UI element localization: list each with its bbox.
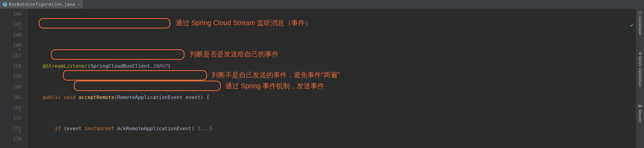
annotation-box bbox=[63, 70, 207, 81]
line-number: 158 bbox=[0, 61, 21, 71]
line-number: 162⊞ bbox=[0, 103, 21, 113]
gutter: 146 147⊟ 148 149⊞ 157 158 159 160 161 16… bbox=[0, 9, 27, 148]
line-number: 159 bbox=[0, 71, 21, 82]
bean-icon bbox=[638, 52, 642, 55]
fold-indicator-icon[interactable]: ⊞ bbox=[18, 44, 20, 47]
svg-point-1 bbox=[639, 52, 641, 55]
annotation-text: 判断是否是发送给自己的事件 bbox=[190, 49, 279, 59]
line-number: 171 bbox=[0, 113, 21, 123]
line-number: 161 bbox=[0, 92, 21, 103]
right-tool-panel: Database Bean Validation m Maven bbox=[636, 9, 644, 148]
line-number: 172⊞ bbox=[0, 123, 21, 134]
line-number: 160 bbox=[0, 82, 21, 92]
line-number: 148 bbox=[0, 30, 21, 40]
annotation-text: 判断不是自己发送的事件，避免事件"两遍" bbox=[211, 70, 340, 80]
bean-validation-tool-button[interactable]: Bean Validation bbox=[638, 52, 642, 87]
java-class-icon: C bbox=[3, 2, 7, 7]
annotation-box bbox=[51, 49, 185, 60]
line-number: 146 bbox=[0, 9, 21, 19]
close-icon[interactable]: × bbox=[78, 2, 80, 7]
code-line: public void acceptRemote(RemoteApplicati… bbox=[31, 92, 644, 103]
line-number: 149⊞ bbox=[0, 40, 21, 50]
line-number: 147⊟ bbox=[0, 19, 21, 30]
fold-indicator-icon[interactable]: ⊞ bbox=[18, 127, 20, 130]
maven-icon: m bbox=[638, 104, 642, 109]
database-tool-button[interactable]: Database bbox=[638, 12, 642, 35]
annotation-box bbox=[39, 18, 170, 29]
fold-indicator-icon[interactable]: ⊟ bbox=[18, 23, 20, 26]
line-number: 179 bbox=[0, 134, 21, 144]
file-tab[interactable]: C BusAutoConfiguration.java × bbox=[0, 0, 83, 8]
annotation-text: 通过 Spring Cloud Stream 监听消息（事件） bbox=[176, 18, 312, 28]
analysis-ok-icon[interactable]: ✔ bbox=[630, 20, 634, 30]
annotation-text: 通过 Spring 事件机制，发送事件 bbox=[225, 81, 324, 91]
tab-bar: C BusAutoConfiguration.java × bbox=[0, 0, 644, 9]
code-line bbox=[31, 30, 644, 40]
svg-point-0 bbox=[639, 12, 642, 13]
code-line: if (event instanceof AckRemoteApplicatio… bbox=[31, 123, 644, 134]
code-area[interactable]: @StreamListener(SpringCloudBusClient.INP… bbox=[27, 9, 644, 148]
tab-filename: BusAutoConfiguration.java bbox=[9, 2, 75, 7]
annotation-box bbox=[74, 81, 221, 91]
maven-tool-button[interactable]: m Maven bbox=[638, 104, 642, 123]
database-icon bbox=[638, 12, 642, 15]
line-number: 157 bbox=[0, 50, 21, 61]
editor-area: 146 147⊟ 148 149⊞ 157 158 159 160 161 16… bbox=[0, 9, 644, 148]
fold-indicator-icon[interactable]: ⊞ bbox=[18, 106, 20, 109]
